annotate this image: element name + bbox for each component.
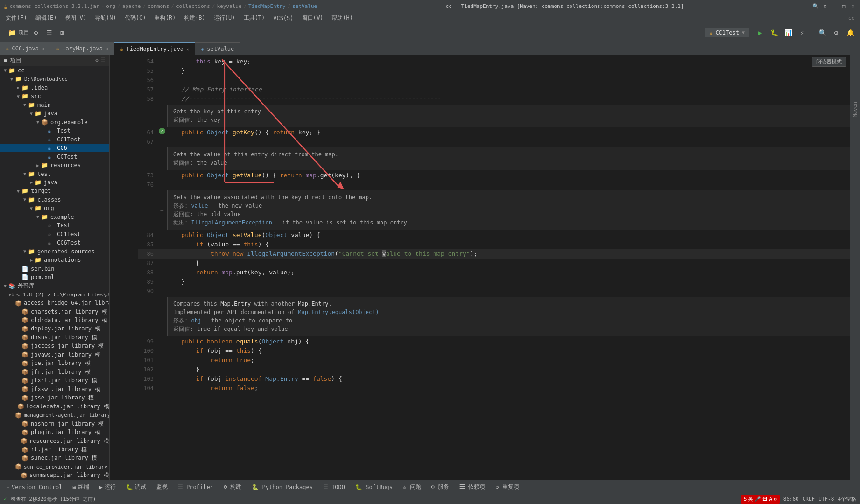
maximize-btn[interactable]: □ [840,3,847,10]
bottom-version-control[interactable]: ⑂ Version Control [2,481,67,494]
run-button[interactable]: ▶ [754,27,766,39]
tree-cc1test[interactable]: ☕ CC1Test [0,135,109,143]
close-btn[interactable]: ✕ [850,3,856,10]
tab-lazymap-close[interactable]: ✕ [106,46,108,51]
menu-vcs[interactable]: VCS(S) [269,14,297,22]
tab-cc6-close[interactable]: ✕ [42,46,44,51]
menu-refactor[interactable]: 重构(R) [150,13,179,23]
search-button[interactable]: 🔍 [816,27,828,39]
tree-main[interactable]: ▼ 📁 main [0,101,109,109]
search-btn[interactable]: 🔍 [812,3,819,10]
tree-java-test[interactable]: ▶ 📁 java [0,178,109,187]
maven-tab[interactable]: Maven [852,102,858,117]
tree-test-folder[interactable]: ▼ 📁 test [0,169,109,178]
tree-resources-jar[interactable]: 📦resources.jar library 模 [0,437,109,445]
bottom-duplicates[interactable]: ↺ 重复项 [491,481,523,494]
tree-sunmscapi[interactable]: 📦sunmscapi.jar library 模 [0,471,109,480]
tree-gen-sources[interactable]: ▼ 📁 generated-sources [0,247,109,256]
tab-setvalue[interactable]: ◈ setValue [195,42,240,55]
bottom-profiler[interactable]: ☰ Profiler [173,481,218,494]
menu-window[interactable]: 窗口(W) [298,13,327,23]
tree-pom[interactable]: 📄 pom.xml [0,273,109,281]
tree-classes[interactable]: ▼ 📁 classes [0,196,109,204]
tree-cldrdata[interactable]: 📦cldrdata.jar library 模 [0,316,109,324]
sidebar-settings[interactable]: ⚙ [95,57,99,63]
tree-annotations[interactable]: ▶ 📁 annotations [0,256,109,264]
bottom-build[interactable]: ⚙ 构建 [219,481,246,494]
tree-plugin[interactable]: 📦plugin.jar library 模 [0,428,109,436]
tree-jsse[interactable]: 📦jsse.jar library 模 [0,393,109,402]
tree-jaccess[interactable]: 📦jaccess.jar library 模 [0,342,109,350]
tree-target[interactable]: ▼ 📁 target [0,187,109,195]
profile-button[interactable]: ⚡ [796,27,808,39]
tree-sunec[interactable]: 📦sunec.jar library 模 [0,454,109,462]
tab-tiedmapentry[interactable]: ☕ TiedMapEntry.java ✕ [114,42,195,55]
bottom-monitor[interactable]: 监视 [152,481,172,494]
menu-run[interactable]: 运行(U) [210,13,239,23]
project-settings-icon[interactable]: ⚙ [30,27,42,39]
tree-test[interactable]: ☕ Test [0,126,109,135]
tree-cc6test-cls[interactable]: ☕ CC6Test [0,238,109,247]
debug-button[interactable]: 🐛 [768,27,780,39]
menu-navigate[interactable]: 导航(N) [91,13,120,23]
tab-cc6[interactable]: ☕ CC6.java ✕ [0,42,50,55]
tree-mgmt-agent[interactable]: 📦management-agent.jar library 模 [0,411,109,419]
tree-jfxrt[interactable]: 📦jfxrt.jar library 模 [0,377,109,385]
tree-download[interactable]: ▼ 📁 D:\Download\cc [0,75,109,83]
tree-jdk[interactable]: ▼ ☕ < 1.8 (2) > C:\Program Files\Java\jd… [0,290,109,299]
menu-tools[interactable]: 工具(T) [240,13,269,23]
reader-mode-button[interactable]: 阅读器模式 [812,57,846,67]
minimize-btn[interactable]: — [831,3,838,10]
tab-tied-close[interactable]: ✕ [186,47,189,52]
code-container[interactable]: 54 this.key = key; 55 } 56 [110,55,860,480]
tree-cctest[interactable]: ☕ CCTest [0,152,109,161]
tree-idea[interactable]: ▶ 📁 .idea [0,84,109,92]
tree-java-main[interactable]: ▼ 📁 java [0,109,109,118]
tree-nashorn[interactable]: 📦nashorn.jar library 模 [0,420,109,428]
tree-test-cls[interactable]: ☕ Test [0,221,109,230]
tree-jfr[interactable]: 📦jfr.jar library 模 [0,368,109,376]
menu-code[interactable]: 代码(C) [121,13,150,23]
editor-area[interactable]: 阅读器模式 54 this.key = key; [110,55,860,480]
notification-btn[interactable]: 🔔 [844,27,856,39]
code-scroll-area[interactable]: 54 this.key = key; 55 } 56 [138,55,860,480]
menu-help[interactable]: 帮助(H) [328,13,357,23]
tree-sunjce[interactable]: 📦sunjce_provider.jar library 模 [0,462,109,471]
settings-btn2[interactable]: ⚙ [830,27,842,39]
tree-access-bridge[interactable]: 📦access-bridge-64.jar library 模 [0,299,109,307]
bottom-services[interactable]: ⚙ 服务 [427,481,454,494]
tree-resources[interactable]: ▶ 📁 resources [0,161,109,169]
menu-view[interactable]: 视图(V) [61,13,90,23]
bottom-deps[interactable]: ☰ 依赖项 [455,481,490,494]
menu-edit[interactable]: 编辑(E) [32,13,61,23]
tab-lazymap[interactable]: ☕ LazyMap.java ✕ [50,42,114,55]
run-config-dropdown[interactable]: ▼ [742,30,745,35]
bottom-debug[interactable]: 🐛 调试 [121,481,151,494]
tree-jce[interactable]: 📦jce.jar library 模 [0,359,109,368]
settings-btn[interactable]: ⚙ [822,3,828,10]
tree-example-cls[interactable]: ▼ 📁 example [0,213,109,221]
bottom-terminal[interactable]: ⊞ 终端 [68,481,93,494]
tree-localedata[interactable]: 📦localedata.jar library 模 [0,402,109,411]
sougou-input[interactable]: S 英 🎤 🖼 A ⚙ [741,495,780,504]
sidebar-collapse[interactable]: ☰ [100,57,106,63]
tree-ser-bin[interactable]: 📄 ser.bin [0,264,109,273]
bottom-softbugs[interactable]: 🐛 SoftBugs [351,481,397,494]
tree-jfxswt[interactable]: 📦jfxswt.jar library 模 [0,385,109,393]
tree-deploy[interactable]: 📦deploy.jar library 模 [0,325,109,333]
tree-dnsns[interactable]: 📦dnsns.jar library 模 [0,333,109,342]
project-list-icon[interactable]: ☰ [43,27,55,39]
tree-cc[interactable]: ▼ 📁 cc [0,66,109,75]
tree-javaws[interactable]: 📦javaws.jar library 模 [0,350,109,359]
bottom-problems[interactable]: ⚠ 问题 [398,481,425,494]
bottom-python[interactable]: 🐍 Python Packages [247,481,317,494]
tree-src[interactable]: ▼ 📁 src [0,92,109,100]
coverage-button[interactable]: 📊 [782,27,794,39]
tree-ext-libs[interactable]: ▼ 📚 外部库 [0,281,109,290]
tree-rt[interactable]: 📦rt.jar library 模 [0,445,109,454]
tree-charsets[interactable]: 📦charsets.jar library 模 [0,308,109,316]
project-gear-icon[interactable]: ⊞ [56,27,68,39]
tree-cc1test-cls[interactable]: ☕ CC1Test [0,230,109,238]
tree-cc6[interactable]: ☕ CC6 [0,144,109,152]
tree-org-example[interactable]: ▼ 📦 org.example [0,118,109,126]
